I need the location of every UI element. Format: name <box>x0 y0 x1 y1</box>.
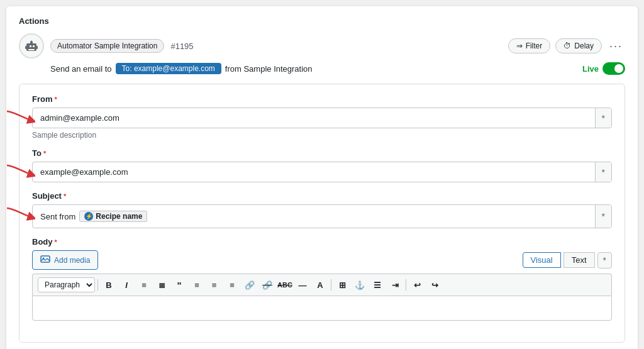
integration-badge: Automator Sample Integration <box>50 39 164 53</box>
form-card: From * * Sample description To <box>19 84 625 343</box>
svg-rect-12 <box>41 256 50 262</box>
from-label: From * <box>32 94 612 104</box>
add-media-button[interactable]: Add media <box>32 250 98 270</box>
bold-button[interactable]: B <box>101 277 117 293</box>
subject-content[interactable]: Sent from ⚡ Recipe name <box>33 205 595 228</box>
arrow-subject <box>4 205 35 224</box>
svg-rect-1 <box>30 45 31 47</box>
to-required: * <box>43 150 46 157</box>
visual-tab[interactable]: Visual <box>523 252 561 268</box>
svg-rect-8 <box>36 46 38 49</box>
italic-button[interactable]: I <box>118 277 135 293</box>
to-label: To * <box>32 148 612 158</box>
add-media-icon <box>40 254 50 266</box>
body-toolbar: Add media Visual Text * <box>32 250 612 270</box>
live-toggle[interactable] <box>602 62 625 75</box>
subject-label: Subject * <box>32 191 612 201</box>
editor-area[interactable] <box>32 296 612 321</box>
svg-rect-2 <box>33 45 35 47</box>
link-button[interactable]: 🔗 <box>242 277 258 293</box>
editor-toolbar: Paragraph B I ≡ ≣ " ≡ ≡ ≡ 🔗 🔗 ABC — A ⊞ … <box>32 274 612 296</box>
visual-text-tabs: Visual Text * <box>523 252 612 269</box>
anchor-button[interactable]: ⚓ <box>352 277 368 293</box>
action-id: #1195 <box>170 42 193 51</box>
subject-required: * <box>64 192 66 200</box>
subject-input-wrapper[interactable]: Sent from ⚡ Recipe name * <box>32 204 612 228</box>
body-asterisk-btn[interactable]: * <box>597 252 612 269</box>
action-subtitle: Send an email to To: example@example.com… <box>50 62 625 75</box>
toolbar-sep-1 <box>97 279 98 291</box>
more-options-button[interactable]: ··· <box>607 38 625 54</box>
arrow-from <box>4 108 35 127</box>
from-field: From * * Sample description <box>32 94 612 140</box>
align-center-button[interactable]: ≡ <box>206 277 223 293</box>
clock-icon: ⏱ <box>564 42 571 50</box>
action-header-right: ⇒ Filter ⏱ Delay ··· <box>508 38 625 54</box>
main-container: Actions Automator Sample Integration <box>6 6 638 349</box>
filter-icon: ⇒ <box>516 42 523 50</box>
align-right-button[interactable]: ≡ <box>224 277 240 293</box>
subtitle-prefix: Send an email to <box>50 64 112 74</box>
svg-rect-7 <box>25 46 26 49</box>
table-button[interactable]: ⊞ <box>334 277 350 293</box>
action-header-left: Automator Sample Integration #1195 <box>19 33 194 58</box>
avatar <box>19 33 44 58</box>
page-title: Actions <box>19 16 625 26</box>
text-color-button[interactable]: A <box>312 277 328 293</box>
align-left-button[interactable]: ≡ <box>189 277 205 293</box>
toolbar-sep-3 <box>406 279 406 291</box>
to-field: To * * <box>32 148 612 182</box>
from-input[interactable] <box>33 108 595 128</box>
unlink-button[interactable]: 🔗 <box>259 277 275 293</box>
blockquote-button[interactable]: " <box>171 277 187 293</box>
recipe-token[interactable]: ⚡ Recipe name <box>79 211 147 222</box>
action-header: Automator Sample Integration #1195 ⇒ Fil… <box>19 33 625 58</box>
text-tab[interactable]: Text <box>564 252 595 268</box>
hr-button[interactable]: — <box>294 277 311 293</box>
body-field: Body * Add media Visual Text <box>32 237 612 321</box>
from-asterisk-btn[interactable]: * <box>595 108 611 128</box>
strikethrough-button[interactable]: ABC <box>277 277 293 293</box>
to-input-wrapper: * <box>32 162 612 182</box>
undo-button[interactable]: ↩ <box>409 277 425 293</box>
unordered-list-button[interactable]: ≡ <box>136 277 152 293</box>
filter-button[interactable]: ⇒ Filter <box>508 38 551 53</box>
body-required: * <box>55 238 57 246</box>
to-asterisk-btn[interactable]: * <box>595 162 611 182</box>
subject-asterisk-btn[interactable]: * <box>595 205 611 228</box>
redo-button[interactable]: ↪ <box>426 277 443 293</box>
live-status: Live <box>582 62 625 75</box>
to-input[interactable] <box>33 162 595 182</box>
delay-button[interactable]: ⏱ Delay <box>555 38 602 53</box>
body-label: Body * <box>32 237 612 247</box>
to-email-badge: To: example@example.com <box>116 63 221 74</box>
svg-rect-6 <box>28 49 35 50</box>
from-input-wrapper: * <box>32 108 612 128</box>
svg-point-4 <box>31 41 33 43</box>
subject-prefix: Sent from <box>40 212 75 221</box>
arrow-to <box>4 162 35 181</box>
from-required: * <box>55 96 57 103</box>
paragraph-select[interactable]: Paragraph <box>38 277 95 292</box>
toolbar-sep-2 <box>331 279 331 291</box>
subtitle-suffix: from Sample Integration <box>225 64 313 74</box>
justify-button[interactable]: ☰ <box>369 277 386 293</box>
from-desc: Sample description <box>32 131 612 140</box>
ordered-list-button[interactable]: ≣ <box>153 277 170 293</box>
indent-button[interactable]: ⇥ <box>387 277 403 293</box>
token-icon: ⚡ <box>84 212 93 221</box>
subject-field: Subject * Sent from ⚡ Recipe name * <box>32 191 612 228</box>
